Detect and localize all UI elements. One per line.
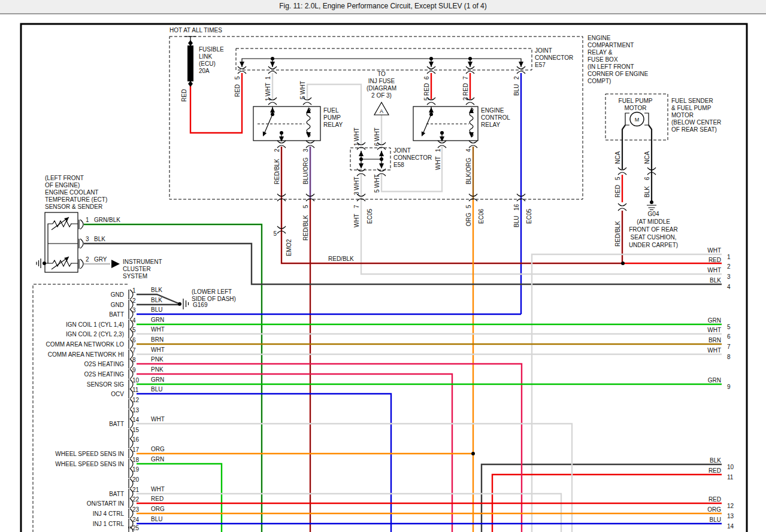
svg-text:EMO2: EMO2 bbox=[286, 239, 292, 256]
motor-m-label: M bbox=[635, 117, 640, 123]
svg-text:23: 23 bbox=[132, 506, 140, 513]
svg-text:O2S HEATING: O2S HEATING bbox=[84, 371, 125, 378]
svg-text:2: 2 bbox=[513, 76, 520, 80]
engine-control-relay-label: ENGINE bbox=[481, 107, 504, 114]
svg-text:EC05: EC05 bbox=[367, 209, 373, 224]
fusible-terminal-bottom bbox=[188, 81, 193, 87]
svg-text:BLK: BLK bbox=[644, 186, 650, 197]
fuel-sender-note: FUEL SENDER bbox=[671, 98, 713, 104]
fusible-wire-color: RED bbox=[181, 89, 187, 102]
svg-text:25: 25 bbox=[132, 525, 140, 531]
wire-o2s-1 bbox=[137, 364, 522, 532]
svg-text:ORG: ORG bbox=[151, 446, 165, 452]
e57-label: JOINT bbox=[535, 47, 552, 54]
redblk-run-label: RED/BLK bbox=[328, 256, 354, 262]
svg-text:18: 18 bbox=[132, 457, 140, 463]
svg-text:ORG: ORG bbox=[707, 506, 721, 513]
svg-text:WHT: WHT bbox=[707, 247, 721, 254]
arrow-right-icon bbox=[111, 260, 120, 268]
svg-text:1: 1 bbox=[353, 142, 360, 146]
svg-text:17: 17 bbox=[132, 446, 140, 453]
svg-text:6: 6 bbox=[132, 337, 136, 343]
svg-text:EC05: EC05 bbox=[526, 209, 532, 224]
title-bar: Fig. 11: 2.0L, Engine Performance Circui… bbox=[0, 0, 766, 14]
svg-text:5: 5 bbox=[299, 96, 306, 99]
svg-text:BLK: BLK bbox=[94, 236, 105, 242]
svg-text:COMPARTMENT: COMPARTMENT bbox=[588, 42, 634, 48]
svg-text:(DIAGRAM: (DIAGRAM bbox=[367, 85, 396, 92]
svg-text:COMPT): COMPT) bbox=[588, 78, 611, 84]
svg-text:CONNECTOR: CONNECTOR bbox=[535, 54, 573, 61]
svg-text:ORG: ORG bbox=[465, 212, 472, 226]
wire-batt14 bbox=[137, 424, 572, 532]
svg-text:WHT: WHT bbox=[435, 156, 441, 170]
svg-text:SENSOR SIG: SENSOR SIG bbox=[87, 381, 124, 388]
e57-bus bbox=[242, 59, 521, 67]
svg-text:BATT: BATT bbox=[109, 491, 124, 497]
svg-text:UNDER CARPET): UNDER CARPET) bbox=[629, 242, 678, 248]
svg-text:RED/BLK: RED/BLK bbox=[614, 221, 621, 247]
svg-text:13: 13 bbox=[727, 513, 734, 519]
wiring-diagram-canvas: HOT AT ALL TIMES FUSIBLE LINK (ECU) 20A … bbox=[0, 0, 766, 532]
svg-text:2: 2 bbox=[86, 256, 89, 263]
svg-text:CORNER OF ENGINE: CORNER OF ENGINE bbox=[588, 71, 648, 77]
wire-ocv bbox=[137, 394, 391, 532]
svg-text:3: 3 bbox=[353, 191, 360, 195]
svg-text:3: 3 bbox=[727, 273, 731, 280]
svg-text:BLK: BLK bbox=[710, 277, 721, 284]
svg-text:6: 6 bbox=[727, 333, 731, 340]
svg-text:PNK: PNK bbox=[151, 366, 164, 373]
svg-text:5: 5 bbox=[273, 230, 277, 237]
svg-text:1: 1 bbox=[265, 76, 271, 80]
svg-text:SYSTEM: SYSTEM bbox=[123, 273, 147, 279]
svg-text:BLK/ORG: BLK/ORG bbox=[465, 157, 472, 184]
svg-text:BATT: BATT bbox=[109, 421, 124, 427]
svg-text:3: 3 bbox=[302, 148, 309, 152]
wire-row1-wht bbox=[532, 254, 722, 532]
svg-text:21: 21 bbox=[132, 487, 140, 493]
svg-text:9: 9 bbox=[727, 384, 731, 390]
svg-text:6: 6 bbox=[644, 177, 650, 180]
page-title: Fig. 11: 2.0L, Engine Performance Circui… bbox=[0, 0, 766, 10]
ect-location-label: (LEFT FRONT bbox=[45, 175, 84, 181]
labels-layer: HOT AT ALL TIMES FUSIBLE LINK (ECU) 20A … bbox=[45, 27, 734, 531]
ect-internal-wiring bbox=[45, 224, 78, 263]
svg-text:CONTROL: CONTROL bbox=[481, 114, 510, 121]
svg-text:PUMP: PUMP bbox=[323, 114, 341, 121]
svg-text:RED: RED bbox=[709, 496, 721, 503]
svg-text:7: 7 bbox=[132, 347, 136, 354]
svg-text:INJ 1 CTRL: INJ 1 CTRL bbox=[93, 521, 125, 527]
svg-text:RED: RED bbox=[614, 185, 621, 197]
svg-text:WHT: WHT bbox=[374, 127, 380, 141]
svg-text:EC06: EC06 bbox=[478, 209, 485, 224]
svg-text:RELAY: RELAY bbox=[481, 121, 500, 128]
svg-text:7: 7 bbox=[353, 205, 360, 208]
g04-label: G04 bbox=[648, 211, 659, 217]
wire-label: RED bbox=[234, 84, 241, 97]
fuel-pump-relay-label: FUEL bbox=[323, 107, 339, 114]
svg-text:SEAT CUSHION,: SEAT CUSHION, bbox=[631, 234, 677, 241]
svg-text:BRN: BRN bbox=[709, 337, 721, 343]
svg-text:BLU: BLU bbox=[513, 216, 520, 227]
svg-text:GND: GND bbox=[111, 291, 124, 298]
svg-text:WHT: WHT bbox=[151, 416, 165, 422]
svg-text:BRN: BRN bbox=[151, 336, 164, 343]
svg-text:4: 4 bbox=[727, 284, 731, 290]
svg-text:2 OF 3): 2 OF 3) bbox=[371, 92, 392, 99]
svg-text:ON/START IN: ON/START IN bbox=[87, 500, 124, 507]
svg-text:WHT: WHT bbox=[265, 83, 271, 96]
svg-text:MOTOR: MOTOR bbox=[624, 105, 646, 111]
svg-text:1: 1 bbox=[435, 148, 441, 152]
svg-text:5: 5 bbox=[374, 189, 380, 193]
svg-text:10: 10 bbox=[132, 377, 140, 384]
wire-wss18 bbox=[137, 464, 222, 532]
e58-label: JOINT bbox=[393, 147, 411, 154]
svg-text:RED: RED bbox=[709, 257, 721, 263]
svg-text:3: 3 bbox=[86, 236, 89, 242]
svg-text:RED/BLK: RED/BLK bbox=[302, 215, 309, 241]
svg-text:14: 14 bbox=[727, 523, 734, 530]
svg-text:19: 19 bbox=[132, 466, 140, 473]
svg-text:PNK: PNK bbox=[151, 356, 164, 363]
to-inj-fuse-label: TO bbox=[377, 71, 386, 77]
triangle-a-label: A bbox=[380, 108, 383, 114]
